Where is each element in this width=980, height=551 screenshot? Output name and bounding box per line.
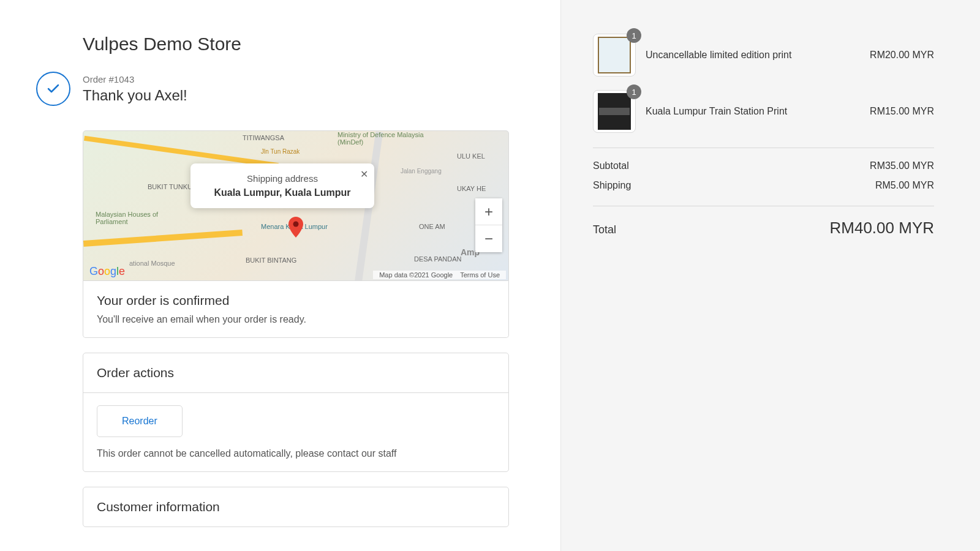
map-zoom-controls: + −: [475, 198, 502, 252]
popup-address: Kuala Lumpur, Kuala Lumpur: [203, 187, 362, 198]
subtotal-label: Subtotal: [593, 160, 629, 171]
total-amount: RM40.00 MYR: [830, 219, 935, 238]
order-header: Order #1043 Thank you Axel!: [83, 72, 524, 106]
thank-you-message: Thank you Axel!: [83, 87, 187, 104]
google-logo: Google: [89, 265, 125, 278]
total-label: Total: [593, 223, 616, 236]
confirmation-title: Your order is confirmed: [97, 293, 495, 308]
order-actions-title: Order actions: [97, 365, 495, 380]
confirmation-text: You'll receive an email when your order …: [97, 314, 495, 325]
order-actions-card: Order actions Reorder This order cannot …: [83, 353, 509, 472]
qty-badge: 1: [627, 28, 641, 43]
confirmation-card: Your order is confirmed You'll receive a…: [83, 281, 509, 338]
store-title[interactable]: Vulpes Demo Store: [83, 34, 524, 54]
customer-info-title: Customer information: [97, 500, 495, 514]
map-pin-icon: [288, 217, 303, 238]
zoom-out-button[interactable]: −: [475, 225, 502, 252]
order-number: Order #1043: [83, 74, 187, 84]
qty-badge: 1: [627, 84, 641, 99]
product-thumbnail: 1: [593, 90, 636, 133]
zoom-in-button[interactable]: +: [475, 198, 502, 225]
reorder-button[interactable]: Reorder: [97, 405, 183, 437]
svg-point-0: [293, 222, 299, 227]
item-price: RM15.00 MYR: [870, 106, 934, 117]
line-item: 1 Uncancellable limited edition print RM…: [593, 34, 934, 77]
shipping-value: RM5.00 MYR: [875, 180, 934, 191]
item-price: RM20.00 MYR: [870, 50, 934, 61]
order-confirmation-panel: Vulpes Demo Store Order #1043 Thank you …: [0, 0, 561, 551]
map-address-popup: ✕ Shipping address Kuala Lumpur, Kuala L…: [190, 163, 374, 208]
total-row: Total RM40.00 MYR: [593, 219, 934, 238]
item-name: Uncancellable limited edition print: [646, 48, 860, 62]
popup-title: Shipping address: [203, 173, 362, 184]
close-icon[interactable]: ✕: [360, 168, 368, 180]
shipping-map[interactable]: TITIWANGSA BUKIT TUNKU BUKIT BINTANG UKA…: [83, 130, 509, 281]
product-thumbnail: 1: [593, 34, 636, 77]
check-circle-icon: [36, 72, 70, 106]
item-name: Kuala Lumpur Train Station Print: [646, 105, 860, 118]
customer-info-card: Customer information: [83, 487, 509, 527]
cancel-note: This order cannot be cancelled automatic…: [97, 448, 495, 459]
shipping-row: Shipping RM5.00 MYR: [593, 180, 934, 191]
line-item: 1 Kuala Lumpur Train Station Print RM15.…: [593, 90, 934, 133]
subtotal-row: Subtotal RM35.00 MYR: [593, 160, 934, 171]
shipping-label: Shipping: [593, 180, 631, 191]
subtotal-value: RM35.00 MYR: [870, 160, 934, 171]
map-attribution: Map data ©2021 GoogleTerms of Use: [373, 271, 506, 279]
order-summary-panel: 1 Uncancellable limited edition print RM…: [561, 0, 980, 551]
